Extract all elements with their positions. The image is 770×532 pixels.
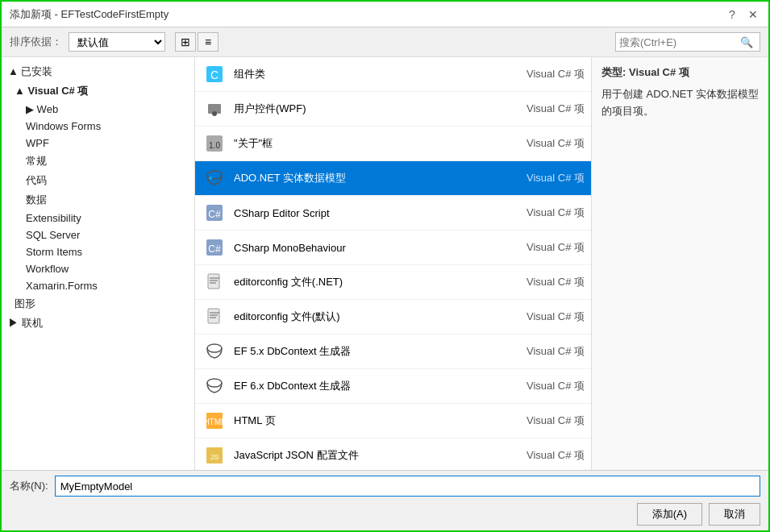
- item-icon: [202, 165, 227, 191]
- svg-text:C: C: [210, 69, 219, 81]
- search-input[interactable]: [619, 36, 740, 48]
- svg-point-15: [207, 379, 222, 387]
- svg-rect-13: [208, 309, 219, 323]
- svg-point-7: [209, 177, 212, 180]
- info-description: 用于创建 ADO.NET 实体数据模型的项目项。: [601, 86, 759, 120]
- list-item[interactable]: C#CSharp Editor ScriptVisual C# 项: [195, 196, 591, 231]
- list-panel: C组件类Visual C# 项用户控件(WPF)Visual C# 项1.0"关…: [195, 57, 591, 470]
- dialog-body: 排序依据： 默认值 ⊞ ≡ 🔍 ▲ 已安装▲ Visual C# 项▶ WebW…: [2, 27, 768, 530]
- svg-text:HTML: HTML: [203, 418, 226, 426]
- item-category: Visual C# 项: [512, 310, 585, 324]
- tree-item-code[interactable]: 代码: [2, 171, 194, 190]
- item-icon: HTML: [202, 408, 227, 434]
- add-button[interactable]: 添加(A): [637, 503, 702, 526]
- title-controls: ? ✕: [725, 7, 760, 22]
- bottom-bar: 名称(N): 添加(A) 取消: [2, 470, 768, 530]
- svg-point-14: [207, 344, 222, 352]
- cancel-button[interactable]: 取消: [709, 503, 760, 526]
- item-name: ADO.NET 实体数据模型: [234, 171, 512, 185]
- item-category: Visual C# 项: [512, 171, 585, 185]
- tree-item-installed[interactable]: ▲ 已安装: [2, 62, 194, 81]
- item-icon: JS: [202, 443, 227, 468]
- list-item[interactable]: 用户控件(WPF)Visual C# 项: [195, 92, 591, 127]
- tree-item-winforms[interactable]: Windows Forms: [2, 118, 194, 135]
- tree-panel: ▲ 已安装▲ Visual C# 项▶ WebWindows FormsWPF常…: [2, 57, 195, 470]
- item-category: Visual C# 项: [512, 206, 585, 220]
- tree-item-normal[interactable]: 常规: [2, 152, 194, 171]
- item-name: EF 5.x DbContext 生成器: [234, 344, 512, 359]
- item-category: Visual C# 项: [512, 448, 585, 463]
- item-icon: [202, 339, 227, 364]
- list-item[interactable]: ADO.NET 实体数据模型Visual C# 项: [195, 161, 591, 196]
- view-buttons: ⊞ ≡: [175, 32, 219, 52]
- list-item[interactable]: C组件类Visual C# 项: [195, 57, 591, 92]
- add-new-item-dialog: 添加新项 - EFTestCodeFirstEmpty ? ✕ 排序依据： 默认…: [0, 0, 770, 532]
- item-icon: 1.0: [202, 131, 227, 156]
- list-item[interactable]: HTMLHTML 页Visual C# 项: [195, 404, 591, 438]
- item-name: 组件类: [234, 67, 512, 81]
- svg-text:JS: JS: [210, 453, 219, 461]
- close-button[interactable]: ✕: [746, 7, 760, 22]
- item-name: "关于"框: [234, 136, 512, 151]
- tree-item-online[interactable]: ▶ 联机: [2, 314, 194, 333]
- dialog-title: 添加新项 - EFTestCodeFirstEmpty: [10, 7, 169, 22]
- grid-view-button[interactable]: ⊞: [175, 32, 196, 52]
- list-item[interactable]: 1.0"关于"框Visual C# 项: [195, 127, 591, 161]
- tree-item-stormitems[interactable]: Storm Items: [2, 243, 194, 260]
- svg-text:1.0: 1.0: [209, 141, 220, 150]
- item-icon: C#: [202, 200, 227, 226]
- top-bar: 排序依据： 默认值 ⊞ ≡ 🔍: [2, 27, 768, 57]
- svg-point-3: [212, 111, 217, 116]
- sort-label: 排序依据：: [10, 35, 62, 49]
- tree-item-extensibility[interactable]: Extensibility: [2, 210, 194, 227]
- item-icon: [202, 304, 227, 330]
- sort-select[interactable]: 默认值: [69, 32, 165, 52]
- item-icon: [202, 269, 227, 295]
- btn-row: 添加(A) 取消: [10, 503, 760, 526]
- item-name: EF 6.x DbContext 生成器: [234, 379, 512, 393]
- tree-item-vcsharp[interactable]: ▲ Visual C# 项: [2, 81, 194, 101]
- item-category: Visual C# 项: [512, 240, 585, 255]
- list-item[interactable]: editorconfig 文件(默认)Visual C# 项: [195, 300, 591, 335]
- list-view-button[interactable]: ≡: [198, 32, 219, 52]
- list-item[interactable]: C#CSharp MonoBehaviourVisual C# 项: [195, 231, 591, 265]
- tree-item-workflow[interactable]: Workflow: [2, 260, 194, 277]
- list-item[interactable]: EF 5.x DbContext 生成器Visual C# 项: [195, 335, 591, 369]
- item-icon: C: [202, 61, 227, 87]
- item-name: editorconfig 文件(默认): [234, 310, 512, 324]
- item-icon: C#: [202, 235, 227, 260]
- item-category: Visual C# 项: [512, 136, 585, 151]
- item-name: JavaScript JSON 配置文件: [234, 448, 512, 463]
- item-category: Visual C# 项: [512, 344, 585, 359]
- svg-rect-12: [208, 274, 219, 289]
- search-icon: 🔍: [740, 36, 753, 48]
- svg-text:C#: C#: [208, 209, 221, 220]
- item-name: editorconfig 文件(.NET): [234, 275, 512, 289]
- title-bar: 添加新项 - EFTestCodeFirstEmpty ? ✕: [2, 2, 768, 27]
- list-item[interactable]: EF 6.x DbContext 生成器Visual C# 项: [195, 369, 591, 404]
- list-item[interactable]: JSJavaScript JSON 配置文件Visual C# 项: [195, 438, 591, 470]
- name-input[interactable]: [55, 476, 760, 497]
- item-icon: [202, 96, 227, 122]
- item-name: CSharp Editor Script: [234, 207, 512, 219]
- tree-item-xamarin[interactable]: Xamarin.Forms: [2, 277, 194, 294]
- tree-item-sqlserver[interactable]: SQL Server: [2, 227, 194, 243]
- tree-item-graphics[interactable]: 图形: [2, 294, 194, 314]
- item-name: CSharp MonoBehaviour: [234, 242, 512, 254]
- list-item[interactable]: editorconfig 文件(.NET)Visual C# 项: [195, 265, 591, 300]
- name-label: 名称(N):: [10, 479, 48, 493]
- search-box[interactable]: 🔍: [615, 32, 760, 52]
- svg-text:C#: C#: [208, 243, 221, 255]
- tree-item-data[interactable]: 数据: [2, 190, 194, 210]
- item-name: HTML 页: [234, 414, 512, 428]
- info-type: 类型: Visual C# 项: [601, 65, 759, 80]
- item-name: 用户控件(WPF): [234, 102, 512, 116]
- item-category: Visual C# 项: [512, 67, 585, 81]
- help-button[interactable]: ?: [725, 7, 739, 22]
- main-content: ▲ 已安装▲ Visual C# 项▶ WebWindows FormsWPF常…: [2, 57, 768, 470]
- item-icon: [202, 373, 227, 399]
- tree-item-web[interactable]: ▶ Web: [2, 101, 194, 118]
- tree-item-wpf[interactable]: WPF: [2, 135, 194, 152]
- item-category: Visual C# 项: [512, 102, 585, 116]
- item-category: Visual C# 项: [512, 379, 585, 393]
